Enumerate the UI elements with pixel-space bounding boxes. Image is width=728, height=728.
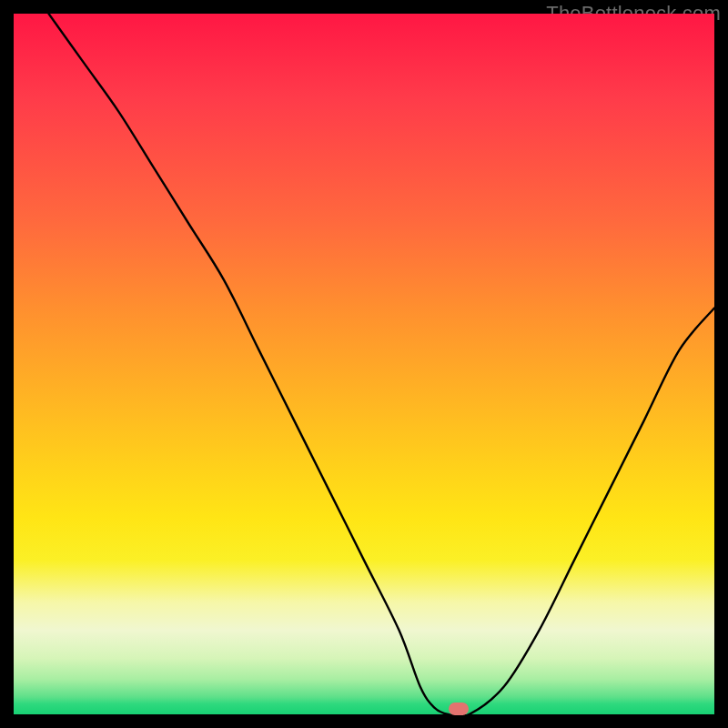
- optimal-marker: [449, 703, 469, 715]
- bottleneck-curve: [14, 14, 714, 714]
- chart-container: TheBottleneck.com: [0, 0, 728, 728]
- plot-area: [14, 14, 714, 714]
